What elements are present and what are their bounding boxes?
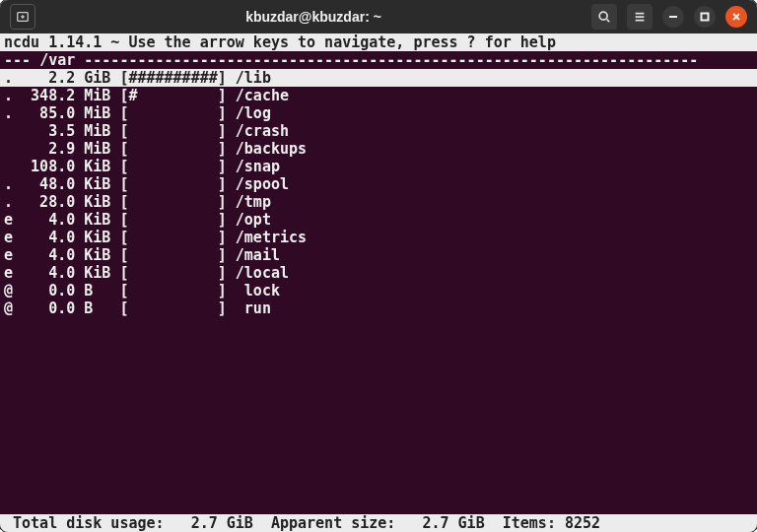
svg-line-4 bbox=[607, 20, 610, 23]
ncdu-current-path: /var bbox=[39, 51, 75, 69]
new-tab-button[interactable] bbox=[10, 4, 35, 30]
ncdu-row[interactable]: . 48.0 KiB [ ] /spool bbox=[0, 175, 757, 193]
ncdu-path-line: --- /var -------------------------------… bbox=[0, 51, 757, 69]
hamburger-icon bbox=[633, 10, 647, 24]
ncdu-row[interactable]: 108.0 KiB [ ] /snap bbox=[0, 158, 757, 175]
ncdu-row[interactable]: . 85.0 MiB [ ] /log bbox=[0, 104, 757, 122]
search-icon bbox=[597, 10, 611, 24]
ncdu-row[interactable]: . 2.2 GiB [##########] /lib bbox=[0, 69, 757, 87]
close-icon bbox=[731, 12, 741, 22]
ncdu-row[interactable]: e 4.0 KiB [ ] /opt bbox=[0, 211, 757, 229]
ncdu-row[interactable]: @ 0.0 B [ ] run bbox=[0, 299, 757, 317]
ncdu-file-list: . 2.2 GiB [##########] /lib. 348.2 MiB [… bbox=[0, 69, 757, 317]
ncdu-row[interactable]: . 348.2 MiB [# ] /cache bbox=[0, 87, 757, 104]
minimize-icon bbox=[668, 12, 678, 22]
maximize-button[interactable] bbox=[694, 6, 716, 28]
ncdu-row[interactable]: e 4.0 KiB [ ] /metrics bbox=[0, 229, 757, 246]
search-button[interactable] bbox=[591, 4, 617, 30]
terminal-area[interactable]: ncdu 1.14.1 ~ Use the arrow keys to navi… bbox=[0, 33, 757, 532]
ncdu-row[interactable]: @ 0.0 B [ ] lock bbox=[0, 282, 757, 299]
new-tab-icon bbox=[16, 10, 30, 24]
maximize-icon bbox=[700, 12, 710, 22]
svg-rect-9 bbox=[702, 14, 709, 21]
menu-button[interactable] bbox=[627, 4, 653, 30]
svg-point-3 bbox=[599, 12, 607, 20]
ncdu-row[interactable]: e 4.0 KiB [ ] /mail bbox=[0, 246, 757, 264]
minimize-button[interactable] bbox=[662, 6, 684, 28]
ncdu-row[interactable]: 2.9 MiB [ ] /backups bbox=[0, 140, 757, 158]
ncdu-row[interactable]: 3.5 MiB [ ] /crash bbox=[0, 122, 757, 140]
ncdu-row[interactable]: e 4.0 KiB [ ] /local bbox=[0, 264, 757, 282]
close-button[interactable] bbox=[725, 6, 747, 28]
ncdu-row[interactable]: . 28.0 KiB [ ] /tmp bbox=[0, 193, 757, 211]
titlebar: kbuzdar@kbuzdar: ~ bbox=[0, 0, 757, 33]
ncdu-status-bar: Total disk usage: 2.7 GiB Apparent size:… bbox=[0, 514, 757, 532]
terminal-window: kbuzdar@kbuzdar: ~ ncdu 1.14.1 ~ Use the… bbox=[0, 0, 757, 532]
ncdu-header: ncdu 1.14.1 ~ Use the arrow keys to navi… bbox=[0, 33, 757, 51]
window-title: kbuzdar@kbuzdar: ~ bbox=[245, 9, 381, 25]
